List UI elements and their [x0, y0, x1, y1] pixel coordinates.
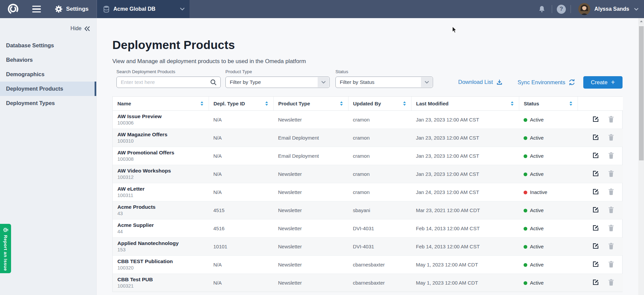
sort-icon[interactable] [340, 101, 343, 106]
product-id: 43 [117, 210, 204, 216]
delete-button[interactable] [607, 115, 615, 123]
status-badge: Active [530, 135, 544, 141]
delete-button[interactable] [607, 152, 615, 159]
cell-product-type: Email Deployment [273, 147, 348, 165]
notifications-bell-button[interactable] [537, 4, 547, 14]
status-badge: Active [530, 262, 544, 267]
top-navbar: Settings Acme Global DB ? [0, 0, 644, 18]
trash-icon [608, 116, 614, 122]
sort-icon[interactable] [511, 101, 514, 106]
app-screen: Settings Acme Global DB ? [0, 0, 644, 295]
sidebar-item-demographics[interactable]: Demographics [0, 67, 96, 82]
create-button[interactable]: Create + [583, 76, 623, 89]
sort-icon[interactable] [403, 101, 406, 106]
edit-button[interactable] [592, 224, 599, 232]
bug-icon [3, 227, 9, 233]
column-header-product-type[interactable]: Product Type [273, 97, 348, 110]
edit-button[interactable] [592, 206, 599, 213]
delete-button[interactable] [607, 134, 615, 141]
edit-pencil-icon [592, 225, 599, 231]
product-name[interactable]: AW Magazine Offers [117, 131, 204, 138]
product-id: 100306 [117, 120, 204, 126]
chevron-down-icon [180, 7, 185, 11]
nav-settings[interactable]: Settings [55, 5, 89, 13]
cell-updated-by: DVI-4031 [348, 237, 411, 255]
hide-label: Hide [70, 26, 82, 32]
delete-button[interactable] [607, 206, 615, 213]
scrollbar-up-button[interactable] [638, 18, 644, 24]
database-selector[interactable]: Acme Global DB [97, 0, 190, 18]
product-id: 100311 [117, 192, 204, 198]
column-header-updated-by[interactable]: Updated By [348, 97, 411, 110]
edit-button[interactable] [592, 242, 599, 250]
column-header-actions [578, 97, 623, 110]
help-button[interactable]: ? [557, 5, 566, 14]
status-badge: Active [530, 153, 544, 159]
omeda-logo-icon[interactable] [7, 3, 19, 15]
product-name[interactable]: AW Promotional Offers [117, 149, 204, 156]
vertical-scrollbar[interactable] [638, 18, 644, 295]
column-header-status[interactable]: Status [519, 97, 578, 110]
edit-pencil-icon [592, 206, 599, 213]
column-header-name[interactable]: Name [113, 97, 209, 110]
product-name[interactable]: AW Issue Preview [117, 113, 204, 119]
trash-icon [608, 279, 614, 286]
search-label: Search Deployment Products [116, 69, 175, 74]
nav-separator [571, 5, 571, 13]
product-name[interactable]: Applied Nanotechnology [117, 240, 204, 246]
product-name[interactable]: Acme Supplier [117, 222, 204, 228]
product-name[interactable]: Acme Products [117, 204, 204, 210]
status-dot-icon [524, 136, 527, 140]
sidebar-item-deployment-products[interactable]: Deployment Products [0, 82, 96, 96]
column-header-depl-type-id[interactable]: Depl. Type ID [209, 97, 273, 110]
edit-button[interactable] [592, 170, 599, 177]
table-row: AW Issue Preview100306 N/A Newsletter cr… [113, 110, 623, 129]
product-name[interactable]: AW Video Workshops [117, 167, 204, 174]
product-type-select[interactable]: Filter by Type [225, 77, 330, 88]
sidebar-item-behaviors[interactable]: Behaviors [0, 53, 96, 67]
search-input[interactable] [117, 77, 220, 88]
report-an-issue-tab[interactable]: Report an Issue [0, 224, 11, 273]
sort-icon[interactable] [201, 101, 203, 106]
sidebar-item-deployment-types[interactable]: Deployment Types [0, 96, 96, 110]
delete-button[interactable] [607, 260, 615, 268]
user-menu-chevron-icon[interactable] [634, 8, 639, 11]
sidebar-item-label: Deployment Products [6, 86, 63, 92]
edit-button[interactable] [592, 260, 599, 268]
edit-button[interactable] [592, 188, 599, 195]
edit-button[interactable] [592, 279, 599, 286]
hide-sidebar-button[interactable]: Hide [0, 18, 96, 36]
status-label: Status [335, 69, 348, 74]
sidebar-item-database-settings[interactable]: Database Settings [0, 38, 96, 53]
status-dot-icon [524, 191, 527, 194]
product-name[interactable]: AW eLetter [117, 186, 204, 192]
sort-icon[interactable] [570, 101, 572, 106]
delete-button[interactable] [607, 170, 615, 177]
user-avatar[interactable] [578, 3, 590, 15]
cell-depl-type-id: N/A [209, 183, 273, 201]
download-list-button[interactable]: Download List [458, 79, 503, 85]
hamburger-menu-icon[interactable] [32, 6, 41, 13]
trash-icon [608, 152, 614, 159]
scrollbar-thumb[interactable] [639, 26, 644, 160]
edit-button[interactable] [592, 152, 599, 159]
page-subtitle: View and Manage all deployment products … [112, 58, 306, 65]
page-title: Deployment Products [112, 38, 235, 52]
sync-environments-button[interactable]: Sync Environments [518, 79, 576, 86]
delete-button[interactable] [607, 279, 615, 286]
product-name[interactable]: CBB TEST Publication [117, 258, 204, 264]
settings-sidebar: Hide Database Settings Behaviors Demogra… [0, 18, 97, 295]
status-dot-icon [524, 245, 527, 249]
delete-button[interactable] [607, 224, 615, 232]
search-icon[interactable] [210, 79, 217, 87]
product-name[interactable]: CBB Test PUB [117, 276, 204, 283]
edit-button[interactable] [592, 115, 599, 123]
edit-button[interactable] [592, 134, 599, 141]
trash-icon [608, 170, 614, 177]
cell-depl-type-id: 4515 [209, 201, 273, 219]
status-select[interactable]: Filter by Status [335, 77, 433, 88]
column-header-last-modified[interactable]: Last Modified [411, 97, 519, 110]
delete-button[interactable] [607, 242, 615, 250]
sort-icon[interactable] [265, 101, 268, 106]
delete-button[interactable] [607, 188, 615, 195]
